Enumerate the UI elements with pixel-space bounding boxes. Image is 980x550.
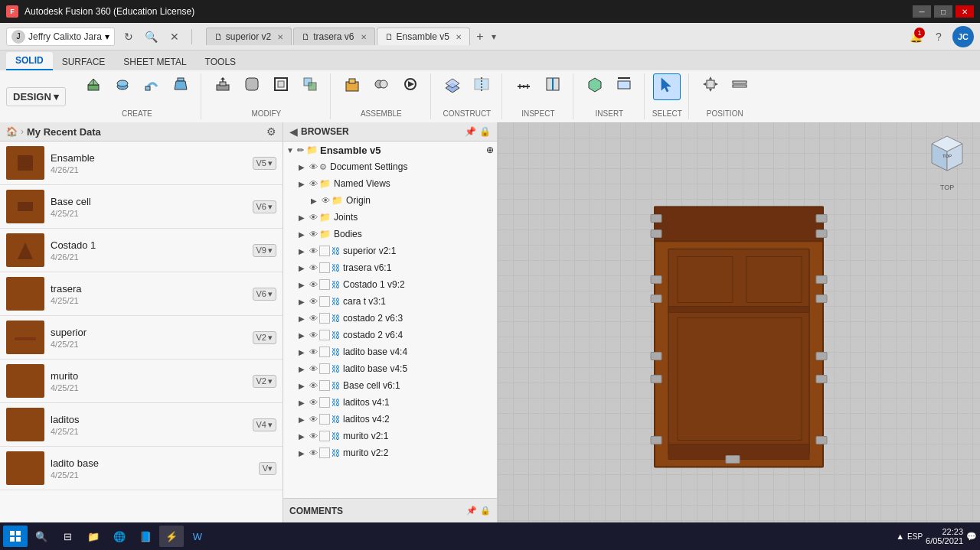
taskbar-browser-button[interactable]: 🌐 [107, 526, 132, 547]
tree-item[interactable]: ▶ 👁 ⛓ cara t v3:1 [283, 293, 497, 310]
checkbox[interactable] [319, 279, 330, 290]
help-button[interactable]: ? [929, 28, 948, 46]
checkbox[interactable] [319, 296, 330, 307]
drive-joints-button[interactable] [397, 73, 424, 99]
comments-lock-icon[interactable]: 🔒 [480, 506, 491, 516]
ribbon-tab-tools[interactable]: TOOLS [196, 54, 245, 70]
browser-collapse-icon[interactable]: ◀ [289, 125, 298, 138]
maximize-button[interactable]: □ [934, 5, 952, 18]
start-button[interactable] [3, 526, 28, 547]
notification-button[interactable]: 🔔 1 [906, 28, 925, 46]
viewport[interactable]: TOP TOP [498, 122, 980, 522]
design-mode-button[interactable]: DESIGN ▾ [6, 87, 66, 106]
shell-button[interactable] [267, 73, 295, 99]
visibility-icon[interactable]: 👁 [309, 431, 318, 441]
fillet-button[interactable] [238, 73, 266, 99]
add-icon[interactable]: ⊕ [486, 145, 494, 155]
visibility-icon[interactable]: 👁 [309, 364, 318, 373]
version-badge[interactable]: V6▾ [253, 200, 276, 213]
visibility-icon[interactable]: 👁 [309, 179, 318, 188]
tab-close-icon[interactable]: ✕ [456, 33, 462, 41]
visibility-icon[interactable]: 👁 [309, 381, 318, 390]
visibility-icon[interactable]: 👁 [309, 213, 318, 222]
visibility-icon[interactable]: 👁 [309, 280, 318, 289]
refresh-button[interactable]: ↻ [119, 28, 138, 46]
checkbox[interactable] [319, 380, 330, 391]
tab-close-icon[interactable]: ✕ [361, 33, 367, 41]
version-badge[interactable]: V6▾ [253, 288, 276, 301]
notification-center-icon[interactable]: 💬 [966, 532, 977, 542]
checkbox[interactable] [319, 347, 330, 357]
tree-root-item[interactable]: ▼ ✏ 📁 Ensamble v5 ⊕ [283, 142, 497, 158]
tree-item[interactable]: ▶ 👁 📁 Named Views [283, 175, 497, 192]
visibility-icon[interactable]: 👁 [309, 229, 318, 239]
visibility-icon[interactable]: 👁 [309, 398, 318, 407]
close-button[interactable]: ✕ [956, 5, 974, 18]
tree-item[interactable]: ▶ 👁 ⛓ ladito base v4:5 [283, 360, 497, 377]
visibility-icon[interactable]: 👁 [322, 196, 330, 205]
tree-item[interactable]: ▶ 👁 ⛓ superior v2:1 [283, 242, 497, 259]
checkbox[interactable] [319, 431, 330, 441]
tree-item[interactable]: ▶ 👁 ⛓ Base cell v6:1 [283, 377, 497, 394]
align-button[interactable] [726, 73, 753, 99]
list-item[interactable]: Base cell 4/25/21 V6▾ [0, 185, 283, 229]
tree-item[interactable]: ▶ 👁 📁 Joints [283, 209, 497, 226]
press-pull-button[interactable] [209, 73, 237, 99]
tab-close-icon[interactable]: ✕ [277, 33, 283, 41]
ribbon-tab-solid[interactable]: SOLID [6, 52, 53, 70]
list-item[interactable]: ladito base 4/25/21 V▾ [0, 447, 283, 490]
tree-item[interactable]: ▶ 👁 📁 Origin [283, 192, 497, 209]
version-badge[interactable]: V2▾ [253, 375, 276, 388]
checkbox[interactable] [319, 363, 330, 374]
revolve-button[interactable] [109, 73, 136, 99]
visibility-icon[interactable]: 👁 [309, 415, 318, 424]
visibility-icon[interactable]: 👁 [309, 246, 318, 255]
tree-item[interactable]: ▶ 👁 ⛓ ladito base v4:4 [283, 343, 497, 360]
tree-item[interactable]: ▶ 👁 ⛓ trasera v6:1 [283, 259, 497, 276]
visibility-icon[interactable]: 👁 [309, 162, 318, 171]
checkbox[interactable] [319, 246, 330, 256]
ribbon-tab-sheet-metal[interactable]: SHEET METAL [114, 54, 195, 70]
minimize-button[interactable]: ─ [913, 5, 931, 18]
offset-plane-button[interactable] [439, 73, 466, 99]
section-analysis-button[interactable] [539, 73, 567, 99]
checkbox[interactable] [319, 313, 330, 324]
tree-item[interactable]: ▶ 👁 📁 Bodies [283, 226, 497, 242]
list-item[interactable]: laditos 4/25/21 V4▾ [0, 403, 283, 447]
checkbox[interactable] [319, 414, 330, 425]
tray-arrow[interactable]: ▲ [896, 532, 904, 541]
checkbox[interactable] [319, 262, 330, 273]
version-badge[interactable]: V4▾ [253, 418, 276, 431]
tree-item[interactable]: ▶ 👁 ⛓ costado 2 v6:4 [283, 327, 497, 343]
new-tab-button[interactable]: + [472, 28, 488, 45]
tree-item[interactable]: ▶ 👁 ⛓ costado 2 v6:3 [283, 310, 497, 327]
visibility-icon[interactable]: 👁 [309, 297, 318, 306]
home-icon[interactable]: 🏠 [6, 126, 18, 137]
insert-mesh-button[interactable] [581, 73, 609, 99]
visibility-icon[interactable]: 👁 [309, 330, 318, 340]
list-item[interactable]: Costado 1 4/26/21 V9▾ [0, 229, 283, 272]
taskbar-word-button[interactable]: W [185, 526, 210, 547]
taskbar-explorer-button[interactable]: 📁 [81, 526, 106, 547]
search-button[interactable]: 🔍 [142, 28, 161, 46]
new-component-button[interactable] [338, 73, 366, 99]
tree-item[interactable]: ▶ 👁 ⚙ Document Settings [283, 158, 497, 175]
tab-ensamble-v5[interactable]: 🗋 Ensamble v5 ✕ [377, 28, 470, 45]
measure-button[interactable] [510, 73, 537, 99]
user-info[interactable]: J Jeffry Calixto Jara ▾ [6, 28, 115, 46]
version-badge[interactable]: V5▾ [253, 157, 276, 170]
tree-item[interactable]: ▶ 👁 ⛓ laditos v4:1 [283, 394, 497, 411]
loft-button[interactable] [167, 73, 194, 99]
extrude-button[interactable] [80, 73, 107, 99]
visibility-icon[interactable]: 👁 [309, 314, 318, 323]
taskbar-search-button[interactable]: 🔍 [29, 526, 54, 547]
visibility-icon[interactable]: 👁 [309, 448, 318, 457]
visibility-icon[interactable]: 👁 [309, 347, 318, 356]
view-cube[interactable]: TOP [920, 129, 974, 182]
comments-pin-icon[interactable]: 📌 [466, 506, 477, 516]
taskbar-teams-button[interactable]: 📘 [133, 526, 158, 547]
close-tab-button[interactable]: ✕ [165, 28, 184, 46]
tree-item[interactable]: ▶ 👁 ⛓ murito v2:2 [283, 444, 497, 461]
tree-item[interactable]: ▶ 👁 ⛓ Costado 1 v9:2 [283, 276, 497, 293]
tree-item[interactable]: ▶ 👁 ⛓ laditos v4:2 [283, 411, 497, 428]
